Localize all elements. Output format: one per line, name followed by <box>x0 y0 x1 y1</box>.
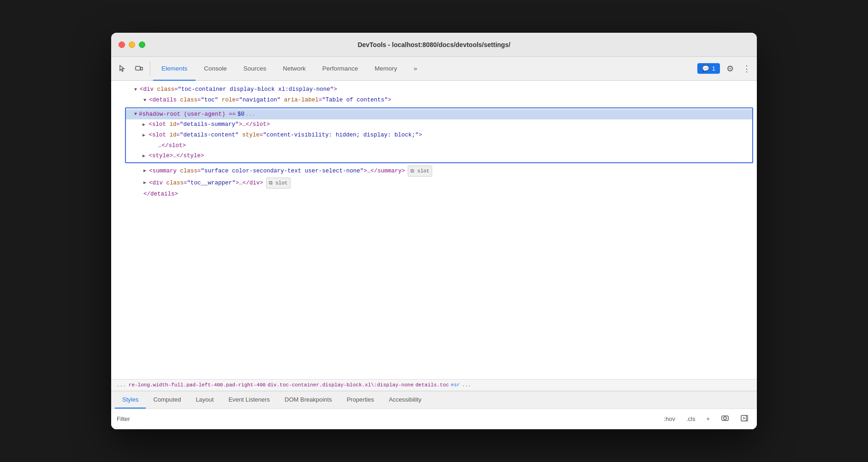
svg-rect-0 <box>136 66 140 70</box>
dom-line-summary[interactable]: ▶ <summary class="surface color-secondar… <box>111 165 757 177</box>
svg-rect-1 <box>141 67 143 70</box>
breadcrumb-dots: ... <box>117 382 126 388</box>
maximize-button[interactable] <box>139 41 145 48</box>
toc-wrapper-expand-icon: ▶ <box>143 178 146 188</box>
breadcrumb-overflow: ... <box>462 382 471 388</box>
expand-icon <box>134 87 138 92</box>
message-count: 1 <box>712 65 715 72</box>
dom-line-1[interactable]: <div class="toc-container display-block … <box>111 84 757 95</box>
bottom-tab-list: Styles Computed Layout Event Listeners D… <box>111 391 757 409</box>
tab-accessibility[interactable]: Accessibility <box>381 391 429 409</box>
toggle-sidebar-icon[interactable] <box>737 413 751 425</box>
slot-badge-1: ⧉ slot <box>408 166 432 177</box>
shadow-ellipsis: …</slot> <box>126 141 752 151</box>
screenshot-icon[interactable] <box>718 413 732 425</box>
dom-line-2[interactable]: <details class="toc" role="navigation" a… <box>111 95 757 106</box>
toolbar-right: 💬 1 ⚙ ⋮ <box>697 62 753 75</box>
slot1-expand-icon: ▶ <box>143 122 145 127</box>
filter-label: Filter <box>117 415 130 422</box>
tab-styles[interactable]: Styles <box>115 391 146 409</box>
more-icon: » <box>414 65 417 72</box>
dots-indicator: ... <box>245 110 256 119</box>
devtools-panel: Elements Console Sources Network Perform… <box>111 57 757 429</box>
browser-window: DevTools - localhost:8080/docs/devtools/… <box>111 33 757 429</box>
tab-memory[interactable]: Memory <box>366 57 405 81</box>
message-badge[interactable]: 💬 1 <box>697 63 720 74</box>
tool-icons <box>115 61 150 76</box>
shadow-root-line[interactable]: ▼ #shadow-root (user-agent) == $0 ... <box>126 109 752 119</box>
inspect-icon[interactable] <box>115 61 130 76</box>
breadcrumb-item-1[interactable]: re-long.width-full.pad-left-400.pad-righ… <box>129 382 266 388</box>
filter-actions: :hov .cls + <box>661 413 751 425</box>
tab-sources[interactable]: Sources <box>235 57 275 81</box>
tab-layout[interactable]: Layout <box>188 391 221 409</box>
breadcrumb-item-4[interactable]: #sr <box>451 382 460 388</box>
titlebar: DevTools - localhost:8080/docs/devtools/… <box>111 33 757 57</box>
traffic-lights <box>119 41 145 48</box>
tab-dom-breakpoints[interactable]: DOM Breakpoints <box>277 391 339 409</box>
slot-badge-2: ⧉ slot <box>266 178 291 189</box>
more-options-icon[interactable]: ⋮ <box>740 62 753 75</box>
svg-point-3 <box>724 417 726 420</box>
tab-network[interactable]: Network <box>274 57 314 81</box>
dom-line-close-details: </details> <box>111 189 757 199</box>
summary-expand-icon: ▶ <box>143 166 146 176</box>
minimize-button[interactable] <box>129 41 135 48</box>
filter-bar: Filter :hov .cls + <box>111 409 757 429</box>
shadow-root-container: ▼ #shadow-root (user-agent) == $0 ... ▶ … <box>125 107 753 163</box>
tab-event-listeners[interactable]: Event Listeners <box>221 391 277 409</box>
tab-more[interactable]: » <box>405 57 426 81</box>
dom-panel: <div class="toc-container display-block … <box>111 81 757 379</box>
tab-list: Elements Console Sources Network Perform… <box>153 57 696 80</box>
hov-button[interactable]: :hov <box>661 414 678 424</box>
tab-computed[interactable]: Computed <box>146 391 188 409</box>
dom-line-toc-wrapper[interactable]: ▶ <div class="toc__wrapper">…</div> ⧉ sl… <box>111 177 757 189</box>
add-style-button[interactable]: + <box>703 414 713 424</box>
shadow-style[interactable]: ▶ <style>…</style> <box>126 151 752 161</box>
settings-icon[interactable]: ⚙ <box>724 62 737 75</box>
breadcrumb-item-3[interactable]: details.toc <box>416 382 449 388</box>
slot2-expand-icon: ▶ <box>143 133 145 138</box>
shadow-slot-1[interactable]: ▶ <slot id="details-summary">…</slot> <box>126 119 752 130</box>
cls-button[interactable]: .cls <box>684 414 698 424</box>
shadow-expand-icon: ▼ <box>134 110 137 119</box>
bottom-panel: Styles Computed Layout Event Listeners D… <box>111 391 757 429</box>
device-icon[interactable] <box>131 61 146 76</box>
tab-performance[interactable]: Performance <box>314 57 366 81</box>
tab-elements[interactable]: Elements <box>153 57 196 81</box>
shadow-slot-2[interactable]: ▶ <slot id="details-content" style="cont… <box>126 130 752 141</box>
style-expand-icon: ▶ <box>143 154 145 159</box>
main-toolbar: Elements Console Sources Network Perform… <box>111 57 757 81</box>
message-icon: 💬 <box>702 65 709 72</box>
tab-console[interactable]: Console <box>196 57 235 81</box>
close-button[interactable] <box>119 41 125 48</box>
breadcrumb-bar: ... re-long.width-full.pad-left-400.pad-… <box>111 379 757 391</box>
breadcrumb-item-2[interactable]: div.toc-container.display-block.xl\:disp… <box>268 382 414 388</box>
window-title: DevTools - localhost:8080/docs/devtools/… <box>357 41 510 48</box>
expand-icon-2 <box>143 97 148 103</box>
tab-properties[interactable]: Properties <box>339 391 381 409</box>
